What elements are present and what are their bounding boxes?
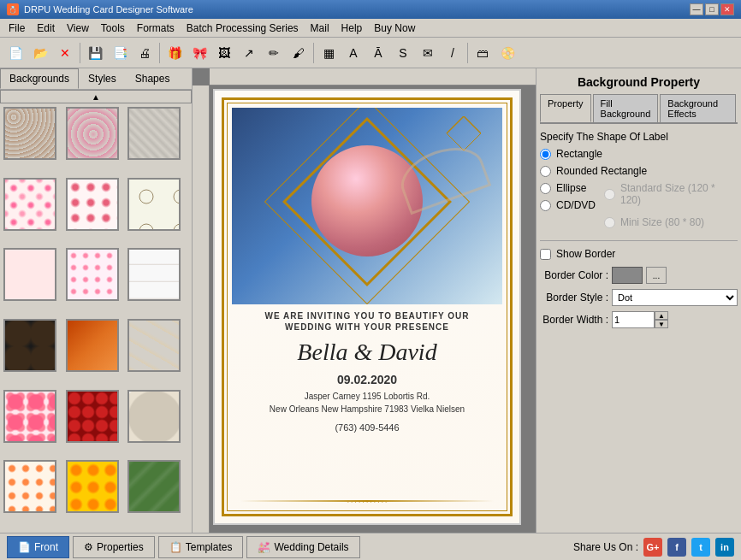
bg-item-17[interactable] [66,460,119,513]
line-button[interactable]: / [441,41,465,65]
tab-property[interactable]: Property [540,94,591,122]
bg-item-3[interactable] [127,107,181,160]
bg-item-12[interactable] [127,319,181,372]
bg-item-5[interactable] [66,178,119,231]
divider-1 [540,240,738,241]
close-button-tb[interactable]: ✕ [53,41,77,65]
bottom-bar: 📄 Front ⚙ Properties 📋 Templates 💒 Weddi… [0,533,741,560]
tab-wedding-details-icon: 💒 [258,541,270,553]
menu-file[interactable]: File [3,21,30,36]
maximize-button[interactable]: □ [705,3,719,15]
spin-up-button[interactable]: ▲ [655,311,668,320]
tb-btn-6[interactable]: 🎀 [187,41,211,65]
tab-fill-background[interactable]: Fill Background [593,94,659,122]
card-bottom-dots: · · · · · · · · · · · [215,498,519,506]
paint-button[interactable]: 🖌 [287,41,311,65]
mail-button[interactable]: ✉ [416,41,440,65]
bg-item-1[interactable] [3,107,56,160]
radio-ellipse-input[interactable] [540,183,551,194]
invite-line1: WE ARE INVITING YOU TO BEAUTIFY OUR [223,311,511,321]
bg-item-7[interactable] [3,248,56,301]
border-color-picker-button[interactable]: ... [646,267,667,284]
db-button[interactable]: 🗃 [471,41,495,65]
svg-line-0 [464,116,481,133]
text-button[interactable]: A [341,41,365,65]
tab-wedding-details[interactable]: 💒 Wedding Details [246,536,359,558]
close-button[interactable]: ✕ [720,3,734,15]
menu-bar: File Edit View Tools Formats Batch Proce… [0,19,741,38]
scroll-up-arrow[interactable]: ▲ [0,90,192,103]
google-plus-button[interactable]: G+ [643,538,662,557]
border-width-label: Border Width : [540,314,608,326]
card-phone: (763) 409-5446 [215,422,519,433]
barcode-button[interactable]: ▦ [317,41,341,65]
bg-item-11[interactable] [66,319,119,372]
save-all-button[interactable]: 📑 [108,41,132,65]
show-border-row: Show Border [540,248,738,260]
menu-help[interactable]: Help [336,21,368,36]
tab-background-effects[interactable]: Background Effects [660,94,736,122]
radio-mini-input[interactable] [604,217,615,228]
tb-btn-arrow[interactable]: ↗ [237,41,261,65]
canvas-area[interactable]: WE ARE INVITING YOU TO BEAUTIFY OUR WEDD… [193,68,536,533]
radio-cddvd: CD/DVD [540,199,596,211]
tab-backgrounds[interactable]: Backgrounds [0,68,79,89]
radio-rectangle: Rectangle [540,148,738,160]
radio-ellipse-label: Ellipse [556,182,586,194]
border-color-label: Border Color : [540,269,608,281]
radio-cddvd-input[interactable] [540,200,551,211]
minimize-button[interactable]: — [690,3,703,15]
separator-2 [159,43,160,63]
radio-mini-label: Mini Size (80 * 80) [620,216,704,228]
menu-tools[interactable]: Tools [96,21,130,36]
menu-mail[interactable]: Mail [305,21,335,36]
bg-item-8[interactable] [66,248,119,301]
image-button[interactable]: 🖼 [212,41,236,65]
bg-item-13[interactable] [3,390,56,443]
spin-down-button[interactable]: ▼ [655,320,668,328]
menu-formats[interactable]: Formats [132,21,180,36]
border-style-select[interactable]: Dot Solid Dash DashDot DashDotDot [612,289,738,306]
tb-btn-5[interactable]: 🎁 [163,41,187,65]
bg-item-4[interactable] [3,178,56,231]
border-color-swatch[interactable] [612,267,643,284]
facebook-button[interactable]: f [667,538,686,557]
tab-shapes[interactable]: Shapes [126,68,180,89]
new-button[interactable]: 📄 [3,41,27,65]
address-line1: Jasper Carney 1195 Lobortis Rd. [223,390,511,403]
bg-item-2[interactable] [66,107,119,160]
menu-view[interactable]: View [62,21,94,36]
menu-edit[interactable]: Edit [32,21,60,36]
tab-properties[interactable]: ⚙ Properties [73,536,155,558]
radio-rounded-input[interactable] [540,166,551,177]
bg-item-15[interactable] [127,390,181,443]
bg-item-6[interactable] [127,178,181,231]
open-button[interactable]: 📂 [28,41,52,65]
text2-button[interactable]: Ā [366,41,390,65]
db2-button[interactable]: 📀 [495,41,519,65]
tab-styles[interactable]: Styles [79,68,126,89]
menu-batch[interactable]: Batch Processing Series [181,21,304,36]
twitter-button[interactable]: t [691,538,710,557]
tab-templates[interactable]: 📋 Templates [158,536,244,558]
bg-item-10[interactable] [3,319,56,372]
print-button[interactable]: 🖨 [133,41,157,65]
show-border-label: Show Border [556,248,615,260]
radio-standard-input[interactable] [604,189,615,200]
card-canvas[interactable]: WE ARE INVITING YOU TO BEAUTIFY OUR WEDD… [213,89,521,525]
save-button[interactable]: 💾 [83,41,107,65]
pencil-button[interactable]: ✏ [262,41,286,65]
show-border-checkbox[interactable] [540,249,551,260]
tab-front[interactable]: 📄 Front [7,536,69,558]
menu-buynow[interactable]: Buy Now [369,21,420,36]
border-width-input[interactable] [612,311,655,328]
symbol-button[interactable]: S [391,41,415,65]
radio-rectangle-input[interactable] [540,149,551,160]
bg-item-16[interactable] [3,460,56,513]
bg-item-14[interactable] [66,390,119,443]
bg-item-9[interactable] [127,248,181,301]
window-controls[interactable]: — □ ✕ [690,3,734,15]
card-date: 09.02.2020 [215,373,519,386]
bg-item-18[interactable] [127,460,181,513]
linkedin-button[interactable]: in [715,538,734,557]
